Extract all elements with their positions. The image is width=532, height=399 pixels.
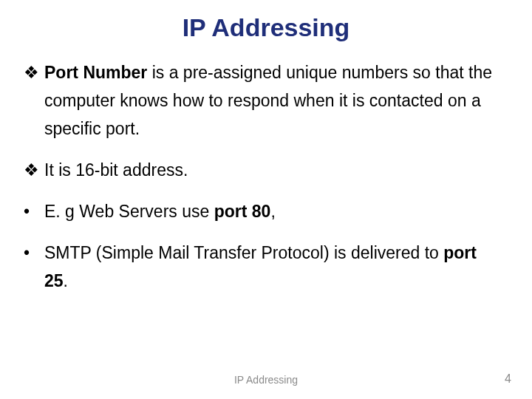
slide-title: IP Addressing bbox=[0, 13, 532, 42]
footer-title: IP Addressing bbox=[0, 374, 532, 386]
text: SMTP (Simple Mail Transfer Protocol) is … bbox=[44, 243, 443, 262]
bullet-webserver: E. g Web Servers use port 80, bbox=[24, 198, 502, 226]
page-number: 4 bbox=[505, 372, 511, 386]
bullet-16bit: It is 16-bit address. bbox=[24, 157, 502, 185]
text: E. g Web Servers use bbox=[44, 202, 214, 221]
bullet-lead-bold: Port Number bbox=[44, 63, 147, 82]
slide-body: Port Number is a pre-assigned unique num… bbox=[24, 59, 502, 309]
text: , bbox=[270, 202, 275, 221]
text-bold: port 80 bbox=[214, 202, 271, 221]
text: . bbox=[64, 271, 68, 290]
bullet-port-number: Port Number is a pre-assigned unique num… bbox=[24, 59, 502, 143]
bullet-smtp: SMTP (Simple Mail Transfer Protocol) is … bbox=[24, 239, 502, 296]
slide: IP Addressing Port Number is a pre-assig… bbox=[0, 0, 532, 399]
